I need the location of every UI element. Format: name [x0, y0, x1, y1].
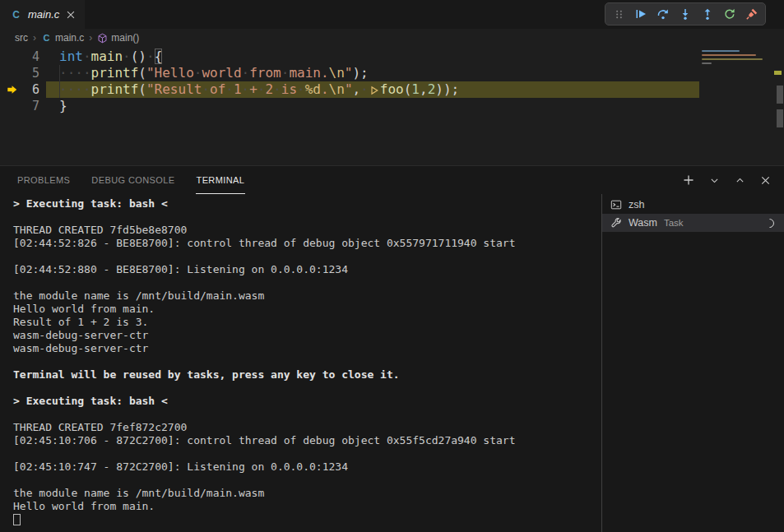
code-token: 2 [266, 81, 274, 97]
code-token: · [242, 65, 250, 81]
breadcrumb-label: src [15, 32, 28, 44]
code-token: ); [352, 65, 368, 81]
terminal-line: [02:44:52:826 - BE8E8700]: control threa… [13, 237, 601, 250]
inline-run-icon[interactable] [369, 86, 379, 95]
tab-close-icon[interactable] [65, 9, 77, 21]
code-token: · [123, 49, 131, 64]
terminal-list-item-zsh[interactable]: zsh [602, 196, 784, 214]
terminal-line: THREAD CREATED 7fef872c2700 [13, 421, 601, 434]
line-number: 6 [25, 81, 39, 98]
editor[interactable]: 4int·main·()·{5····printf("Hello·world·f… [0, 47, 784, 165]
terminal-icon [610, 199, 622, 210]
line-number: 4 [25, 49, 39, 65]
terminal-line: > Executing task: bash < [13, 197, 601, 210]
continue-button[interactable] [633, 7, 648, 21]
code-line[interactable]: 7} [0, 98, 784, 114]
code-token: · [273, 81, 281, 97]
panel-tab-debug-console[interactable]: DEBUG CONSOLE [90, 166, 175, 194]
minimap[interactable] [700, 47, 772, 165]
terminal-line [13, 382, 601, 395]
minimap-line [702, 50, 740, 52]
code-token: )); [435, 81, 459, 97]
code-token: ( [138, 81, 146, 97]
gutter-glyph[interactable] [0, 98, 25, 114]
terminal-list: zshWasmTask [601, 194, 784, 532]
terminal-label: Wasm [629, 217, 657, 229]
step-out-icon [701, 7, 714, 21]
step-out-button[interactable] [700, 7, 715, 21]
panel-tab-label: PROBLEMS [17, 175, 70, 185]
panel-tab-problems[interactable]: PROBLEMS [16, 166, 71, 194]
code-line[interactable]: 4int·main·()·{ [0, 49, 784, 65]
restart-button[interactable] [722, 7, 737, 21]
terminal-picker-icon [709, 175, 720, 186]
code-token: ( [404, 81, 412, 97]
minimap-line [702, 54, 756, 56]
debug-current-line-icon[interactable] [0, 81, 25, 98]
breadcrumb-item-main-c[interactable]: Cmain.c [41, 32, 84, 44]
code-token: world [202, 65, 241, 81]
code-line[interactable]: 5····printf("Hello·world·from·main.\n"); [0, 65, 784, 81]
terminal-list-item-wasm[interactable]: WasmTask [602, 214, 784, 232]
breadcrumb-item-main[interactable]: main() [97, 32, 139, 44]
breadcrumb-item-src[interactable]: src [15, 32, 28, 44]
terminal-line: Result of 1 + 2 is 3. [13, 316, 601, 329]
gutter-glyph[interactable] [0, 65, 25, 81]
line-number: 5 [25, 65, 39, 81]
code-token: · [297, 81, 305, 97]
overview-debug-mark [774, 71, 782, 75]
breadcrumb: src›Cmain.c›main() [0, 29, 784, 47]
overview-mark [777, 109, 783, 127]
close-panel-button[interactable] [758, 173, 772, 187]
gripper-button[interactable] [611, 7, 626, 21]
tab-label: main.c [28, 8, 59, 21]
terminal-line [13, 210, 601, 224]
code-text: int·main·()·{ [59, 49, 162, 65]
code-token: · [225, 81, 234, 97]
disconnect-icon [745, 7, 758, 21]
overview-ruler [772, 47, 784, 165]
tab-main-c[interactable]: C main.c [0, 0, 85, 29]
code-token: ···· [59, 81, 91, 97]
c-file-icon: C [10, 9, 22, 21]
disconnect-button[interactable] [745, 7, 759, 21]
terminal-line [13, 513, 601, 526]
scrollbar-thumb[interactable] [777, 86, 783, 104]
maximize-panel-icon [735, 175, 745, 186]
panel-tab-label: DEBUG CONSOLE [91, 175, 174, 185]
terminal-picker-button[interactable] [707, 173, 721, 187]
code-line[interactable]: 6····printf("Result·of·1·+·2·is·%d.\n",·… [0, 81, 784, 98]
code-token: 1 [411, 81, 420, 97]
code-token: 2 [428, 81, 436, 97]
code-token: %d [305, 81, 321, 97]
minimap-line [702, 62, 712, 64]
panel-tab-terminal[interactable]: TERMINAL [196, 166, 246, 194]
terminal-line: wasm-debug-server-ctr [13, 329, 601, 342]
new-terminal-button[interactable] [681, 173, 696, 187]
code-token: { [155, 49, 163, 64]
code-token: · [146, 49, 155, 64]
step-into-button[interactable] [678, 7, 693, 21]
code-token: \n [329, 65, 345, 81]
code-token: · [83, 49, 91, 64]
gutter-glyph[interactable] [0, 49, 25, 65]
continue-icon [634, 7, 647, 21]
breadcrumb-separator-icon: › [32, 32, 37, 44]
panel-actions [681, 166, 772, 194]
debug-toolbar [605, 2, 766, 25]
step-over-button[interactable] [656, 7, 670, 21]
close-panel-icon [759, 174, 772, 187]
code-token: is [281, 81, 297, 97]
loading-spinner-icon [763, 216, 777, 229]
editor-lines: 4int·main·()·{5····printf("Hello·world·f… [0, 47, 784, 114]
panel-header: PROBLEMSDEBUG CONSOLETERMINAL [0, 166, 784, 194]
terminal-task-badge: Task [664, 218, 684, 228]
code-token: · [360, 81, 369, 97]
breadcrumb-separator-icon: › [88, 32, 93, 44]
code-token: · [202, 81, 210, 97]
code-token: , [420, 81, 428, 97]
code-token: () [131, 49, 146, 64]
maximize-panel-button[interactable] [732, 173, 747, 187]
tab-bar: C main.c [0, 0, 784, 29]
terminal-output[interactable]: > Executing task: bash <THREAD CREATED 7… [0, 194, 601, 532]
